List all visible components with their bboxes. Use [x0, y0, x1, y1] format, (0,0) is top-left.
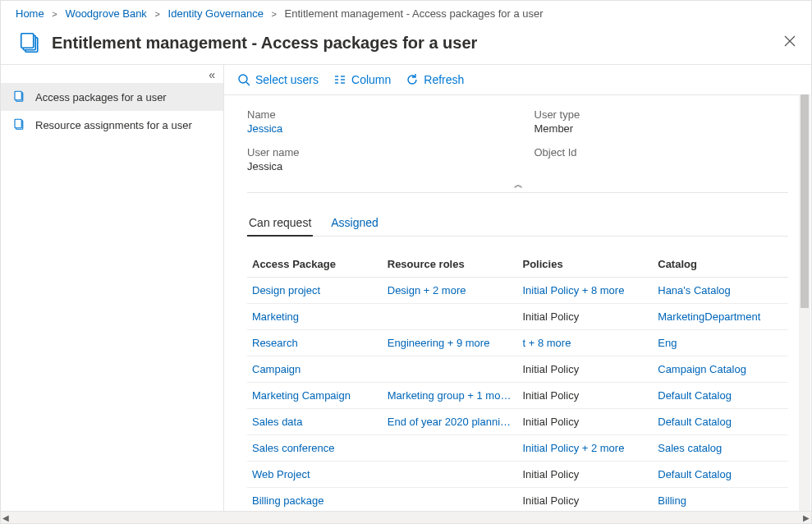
cell-policies[interactable]: Initial Policy + 8 more	[518, 278, 654, 304]
breadcrumb-link-woodgrove[interactable]: Woodgrove Bank	[65, 7, 147, 20]
user-name-label: User name	[247, 146, 502, 159]
sidebar-item-label: Resource assignments for a user	[35, 119, 192, 131]
field-user-type: User type Member	[534, 108, 789, 135]
table-row[interactable]: ResearchEngineering + 9 moret + 8 moreEn…	[247, 330, 788, 356]
table-row[interactable]: Design projectDesign + 2 moreInitial Pol…	[247, 278, 788, 304]
cell-access-package[interactable]: Web Project	[247, 462, 383, 488]
breadcrumb-sep: >	[272, 9, 277, 19]
cell-catalog[interactable]: Sales catalog	[653, 435, 788, 462]
refresh-label: Refresh	[424, 73, 464, 86]
sidebar-item-label: Access packages for a user	[35, 91, 167, 103]
breadcrumb-link-home[interactable]: Home	[16, 7, 44, 20]
cell-resource-roles[interactable]: Design + 2 more	[383, 278, 518, 304]
cell-policies: Initial Policy	[518, 409, 654, 435]
column-button[interactable]: Column	[333, 73, 391, 86]
table-row[interactable]: MarketingInitial PolicyMarketingDepartme…	[247, 304, 788, 330]
breadcrumb-current: Entitlement management - Access packages…	[285, 7, 544, 20]
cell-catalog[interactable]: MarketingDepartment	[653, 304, 788, 330]
refresh-button[interactable]: Refresh	[406, 73, 464, 86]
breadcrumb: Home > Woodgrove Bank > Identity Governa…	[1, 1, 811, 25]
field-name: Name Jessica	[247, 108, 502, 135]
table-row[interactable]: Sales dataEnd of year 2020 plannin…Initi…	[247, 409, 788, 435]
chevron-left-icon[interactable]: ◀	[2, 513, 9, 522]
cell-resource-roles	[383, 488, 518, 512]
field-object-id: Object Id	[534, 146, 789, 172]
cell-policies: Initial Policy	[518, 304, 654, 330]
cell-resource-roles[interactable]: Engineering + 9 more	[383, 330, 518, 356]
chevron-right-icon[interactable]: ▶	[803, 513, 810, 522]
breadcrumb-sep: >	[52, 9, 57, 19]
table-row[interactable]: Sales conferenceInitial Policy + 2 moreS…	[247, 435, 788, 462]
user-info-panel: Name Jessica User type Member User name …	[247, 108, 788, 172]
svg-rect-8	[15, 119, 21, 128]
cell-access-package[interactable]: Sales conference	[247, 435, 383, 462]
cell-policies[interactable]: Initial Policy + 2 more	[518, 435, 654, 462]
close-button[interactable]	[782, 33, 798, 49]
cell-policies: Initial Policy	[518, 488, 654, 512]
chevron-double-left-icon: «	[209, 68, 215, 81]
chevron-double-up-icon: ︽	[514, 179, 521, 189]
cell-resource-roles	[383, 356, 518, 383]
select-users-button[interactable]: Select users	[237, 73, 319, 86]
content-area: Select users Column	[224, 65, 811, 511]
table-header-row: Access Package Resource roles Policies C…	[247, 251, 788, 278]
cell-catalog[interactable]: Campaign Catalog	[653, 356, 788, 383]
cell-resource-roles[interactable]: Marketing group + 1 mo…	[383, 383, 518, 409]
cell-resource-roles[interactable]: End of year 2020 plannin…	[383, 409, 518, 435]
sidebar-collapse-button[interactable]: «	[1, 65, 223, 83]
tab-assigned[interactable]: Assigned	[329, 211, 380, 236]
cell-access-package[interactable]: Billing package	[247, 488, 383, 512]
vertical-scrollbar-thumb[interactable]	[801, 94, 809, 308]
cell-catalog[interactable]: Billing	[653, 488, 788, 512]
cell-access-package[interactable]: Research	[247, 330, 383, 356]
collapse-info-toggle[interactable]: ︽	[247, 177, 788, 193]
table-row[interactable]: Billing packageInitial PolicyBilling	[247, 488, 788, 512]
user-type-value: Member	[534, 122, 789, 135]
cell-policies: Initial Policy	[518, 356, 654, 383]
cell-policies: Initial Policy	[518, 383, 654, 409]
package-icon	[12, 117, 27, 132]
object-id-label: Object Id	[534, 146, 789, 159]
table-row[interactable]: Marketing CampaignMarketing group + 1 mo…	[247, 383, 788, 409]
cell-access-package[interactable]: Sales data	[247, 409, 383, 435]
vertical-scrollbar[interactable]	[799, 94, 810, 511]
cell-resource-roles	[383, 304, 518, 330]
sidebar-item-resource-assignments[interactable]: Resource assignments for a user	[1, 111, 223, 139]
columns-icon	[333, 73, 346, 86]
col-access-package[interactable]: Access Package	[247, 251, 383, 278]
cell-catalog[interactable]: Hana's Catalog	[653, 278, 788, 304]
toolbar: Select users Column	[224, 65, 811, 95]
cell-resource-roles	[383, 435, 518, 462]
cell-catalog[interactable]: Default Catalog	[653, 409, 788, 435]
user-type-label: User type	[534, 108, 789, 121]
cell-access-package[interactable]: Marketing	[247, 304, 383, 330]
col-policies[interactable]: Policies	[518, 251, 654, 278]
svg-line-10	[246, 82, 250, 85]
cell-policies[interactable]: t + 8 more	[518, 330, 654, 356]
name-value[interactable]: Jessica	[247, 122, 502, 135]
horizontal-scrollbar[interactable]: ◀ ▶	[1, 511, 811, 523]
package-icon	[12, 90, 27, 104]
col-resource-roles[interactable]: Resource roles	[383, 251, 518, 278]
breadcrumb-link-identity-governance[interactable]: Identity Governance	[168, 7, 264, 20]
table-row[interactable]: CampaignInitial PolicyCampaign Catalog	[247, 356, 788, 383]
tab-can-request[interactable]: Can request	[247, 211, 313, 236]
sidebar: « Access packages for a user Resource as…	[1, 65, 224, 511]
cell-access-package[interactable]: Marketing Campaign	[247, 383, 383, 409]
cell-catalog[interactable]: Eng	[653, 330, 788, 356]
page-header: Entitlement management - Access packages…	[1, 25, 811, 65]
page-title: Entitlement management - Access packages…	[52, 34, 477, 53]
svg-rect-6	[15, 91, 21, 100]
cell-catalog[interactable]: Default Catalog	[653, 383, 788, 409]
select-users-label: Select users	[255, 73, 319, 86]
cell-catalog[interactable]: Default Catalog	[653, 462, 788, 488]
access-packages-table: Access Package Resource roles Policies C…	[247, 251, 788, 511]
sidebar-item-access-packages[interactable]: Access packages for a user	[1, 83, 223, 111]
cell-access-package[interactable]: Design project	[247, 278, 383, 304]
table-row[interactable]: Web ProjectInitial PolicyDefault Catalog	[247, 462, 788, 488]
svg-point-9	[239, 75, 247, 83]
col-catalog[interactable]: Catalog	[653, 251, 788, 278]
field-user-name: User name Jessica	[247, 146, 502, 172]
svg-rect-2	[21, 34, 34, 48]
cell-access-package[interactable]: Campaign	[247, 356, 383, 383]
